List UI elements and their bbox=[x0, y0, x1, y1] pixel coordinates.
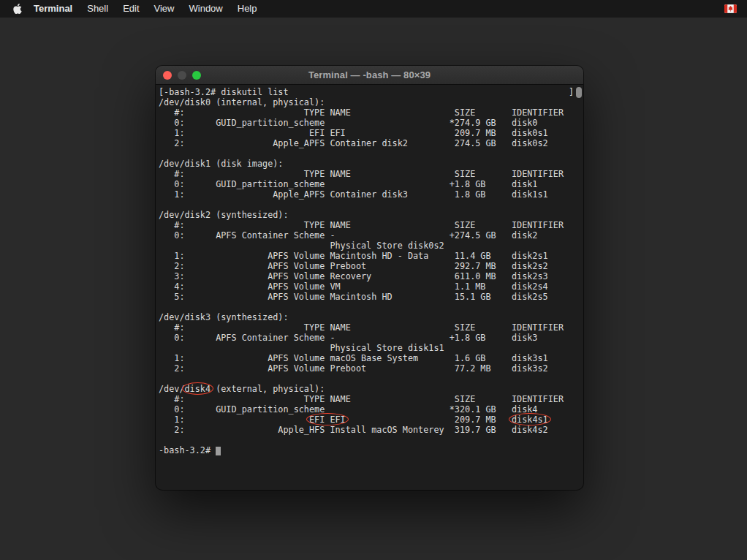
menu-item-shell[interactable]: Shell bbox=[80, 0, 115, 18]
terminal-line: 0: APFS Container Scheme - +274.5 GB dis… bbox=[159, 230, 583, 241]
terminal-line bbox=[159, 200, 583, 210]
terminal-line: 1: APFS Volume Macintosh HD - Data 11.4 … bbox=[159, 251, 583, 261]
zoom-button[interactable] bbox=[192, 71, 201, 80]
terminal-line: 0: GUID_partition_scheme +1.8 GB disk1 bbox=[159, 179, 583, 189]
terminal-line: 4: APFS Volume VM 1.1 MB disk2s4 bbox=[159, 281, 583, 292]
terminal-line: 2: Apple_HFS Install macOS Monterey 319.… bbox=[159, 425, 583, 435]
annotation-circle: disk4 bbox=[185, 384, 211, 394]
terminal-line: /dev/disk1 (disk image): bbox=[159, 159, 583, 169]
terminal-line: /dev/disk3 (synthesized): bbox=[159, 312, 583, 322]
terminal-line: 1: EFI EFI 209.7 MB disk0s1 bbox=[159, 128, 583, 138]
terminal-window: Terminal — -bash — 80×39 [-bash-3.2# dis… bbox=[156, 66, 583, 490]
apple-logo-icon bbox=[13, 4, 22, 14]
close-button[interactable] bbox=[163, 71, 172, 80]
window-title: Terminal — -bash — 80×39 bbox=[308, 69, 431, 80]
terminal-line: 0: GUID_partition_scheme *320.1 GB disk4 bbox=[159, 404, 583, 415]
terminal-line bbox=[159, 435, 583, 445]
terminal-line: 1: EFI EFI 209.7 MB disk4s1 bbox=[159, 415, 583, 425]
menu-item-window[interactable]: Window bbox=[182, 0, 230, 18]
traffic-lights bbox=[163, 66, 201, 84]
terminal-line: -bash-3.2# bbox=[159, 445, 583, 455]
canada-flag-icon bbox=[724, 4, 737, 13]
terminal-line: 0: GUID_partition_scheme *274.9 GB disk0 bbox=[159, 118, 583, 128]
terminal-cursor bbox=[216, 447, 221, 455]
terminal-line: #: TYPE NAME SIZE IDENTIFIER bbox=[159, 107, 583, 118]
terminal-line bbox=[159, 302, 583, 312]
terminal-line: 2: APFS Volume Preboot 292.7 MB disk2s2 bbox=[159, 261, 583, 271]
terminal-line: 1: Apple_APFS Container disk3 1.8 GB dis… bbox=[159, 189, 583, 200]
menu-item-terminal[interactable]: Terminal bbox=[26, 0, 80, 18]
terminal-line: #: TYPE NAME SIZE IDENTIFIER bbox=[159, 322, 583, 333]
menu-item-edit[interactable]: Edit bbox=[115, 0, 146, 18]
terminal-line: 3: APFS Volume Recovery 611.0 MB disk2s3 bbox=[159, 271, 583, 281]
window-titlebar[interactable]: Terminal — -bash — 80×39 bbox=[156, 66, 583, 85]
desktop: { "colors": { "annotation_red": "#e8432f… bbox=[0, 0, 747, 560]
terminal-line: Physical Store disk1s1 bbox=[159, 343, 583, 353]
annotation-circle: EFI EFI bbox=[309, 415, 346, 425]
input-source-canada-flag-icon[interactable] bbox=[724, 4, 737, 13]
minimize-button[interactable] bbox=[178, 71, 186, 80]
terminal-line: #: TYPE NAME SIZE IDENTIFIER bbox=[159, 394, 583, 404]
menu-item-help[interactable]: Help bbox=[230, 0, 265, 18]
menu-items: TerminalShellEditViewWindowHelp bbox=[26, 0, 265, 18]
terminal-output: [-bash-3.2# diskutil list ]/dev/disk0 (i… bbox=[159, 87, 583, 455]
terminal-line: 1: APFS Volume macOS Base System 1.6 GB … bbox=[159, 353, 583, 363]
apple-menu-icon[interactable] bbox=[13, 4, 22, 14]
terminal-line: /dev/disk2 (synthesized): bbox=[159, 210, 583, 220]
terminal-line: /dev/disk0 (internal, physical): bbox=[159, 97, 583, 107]
terminal-line: [-bash-3.2# diskutil list ] bbox=[159, 87, 583, 97]
terminal-line: /dev/disk4 (external, physical): bbox=[159, 384, 583, 394]
menu-item-view[interactable]: View bbox=[147, 0, 182, 18]
terminal-line bbox=[159, 374, 583, 384]
scrollbar[interactable] bbox=[575, 86, 583, 488]
menu-bar: TerminalShellEditViewWindowHelp bbox=[0, 0, 747, 18]
terminal-line bbox=[159, 148, 583, 159]
terminal-line: 0: APFS Container Scheme - +1.8 GB disk3 bbox=[159, 333, 583, 343]
scrollbar-thumb[interactable] bbox=[576, 87, 582, 98]
terminal-line: 2: Apple_APFS Container disk2 274.5 GB d… bbox=[159, 138, 583, 148]
terminal-line: 5: APFS Volume Macintosh HD 15.1 GB disk… bbox=[159, 292, 583, 302]
annotation-circle: disk4s1 bbox=[512, 415, 548, 425]
terminal-line: #: TYPE NAME SIZE IDENTIFIER bbox=[159, 169, 583, 179]
terminal-line: #: TYPE NAME SIZE IDENTIFIER bbox=[159, 220, 583, 230]
terminal-line: 2: APFS Volume Preboot 77.2 MB disk3s2 bbox=[159, 363, 583, 374]
terminal-content[interactable]: [-bash-3.2# diskutil list ]/dev/disk0 (i… bbox=[156, 85, 583, 489]
terminal-line: Physical Store disk0s2 bbox=[159, 241, 583, 251]
